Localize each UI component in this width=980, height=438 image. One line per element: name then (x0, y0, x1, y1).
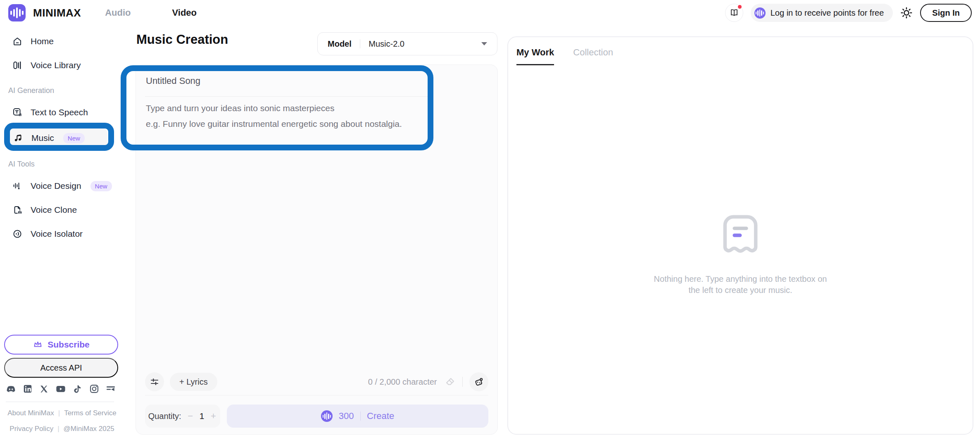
tab-my-work[interactable]: My Work (516, 47, 554, 65)
empty-state-text: Nothing here. Type anything into the tex… (508, 274, 973, 296)
subscribe-button[interactable]: Subscribe (4, 335, 118, 355)
model-selector-value: Music-2.0 (369, 39, 404, 49)
privacy-policy-link[interactable]: Privacy Policy (10, 425, 53, 433)
section-label-ai-generation: AI Generation (8, 85, 124, 96)
notification-dot (738, 5, 742, 9)
model-selector-divider (360, 39, 361, 48)
new-badge: New (63, 133, 85, 143)
sidebar-footer: About MiniMax | Terms of Service Privacy… (0, 409, 124, 438)
description-placeholder-line1: Type and turn your ideas into sonic mast… (146, 100, 402, 116)
access-api-button[interactable]: Access API (4, 358, 118, 378)
eraser-icon (445, 376, 456, 388)
model-selector[interactable]: Model Music-2.0 (317, 32, 497, 55)
minimax-logo-icon[interactable] (8, 4, 26, 21)
quantity-increase-button[interactable]: + (209, 411, 217, 421)
tab-collection[interactable]: Collection (573, 47, 613, 65)
linkedin-icon[interactable] (23, 384, 33, 394)
sidebar-item-music[interactable]: Music New (10, 128, 107, 148)
sidebar-item-label: Home (31, 36, 54, 46)
add-lyrics-button[interactable]: + Lyrics (170, 373, 217, 391)
sidebar-item-label: Music (31, 133, 54, 143)
generation-controls: Quantity: − 1 + 300 Create (145, 405, 488, 428)
random-prompt-button[interactable] (469, 372, 488, 391)
create-cost: 300 (339, 411, 354, 421)
section-label-ai-tools: AI Tools (8, 159, 124, 169)
works-panel: My Work Collection Nothing here. Type an… (507, 36, 973, 435)
sidebar-item-label: Text to Speech (31, 107, 88, 117)
quantity-label: Quantity: (148, 412, 181, 421)
login-points-banner[interactable]: Log in to receive points for free (751, 4, 893, 22)
sidebar-footer-divider (6, 402, 114, 402)
voice-design-icon (12, 181, 22, 191)
chevron-down-icon (481, 42, 487, 45)
sidebar-item-voice-clone[interactable]: Voice Clone (12, 202, 124, 218)
points-coin-icon (754, 7, 766, 19)
sidebar-item-home[interactable]: Home (12, 33, 124, 50)
music-composer-card: Untitled Song Type and turn your ideas i… (136, 64, 498, 435)
dice-icon (474, 377, 484, 387)
composer-bottom-divider (145, 395, 488, 395)
terms-of-service-link[interactable]: Terms of Service (64, 409, 117, 417)
footer-separator: | (57, 425, 59, 433)
create-button-label: Create (367, 411, 394, 421)
music-icon (13, 133, 23, 143)
voice-isolator-icon (12, 229, 22, 239)
quantity-decrease-button[interactable]: − (187, 411, 194, 421)
sidebar-item-text-to-speech[interactable]: Text to Speech (12, 104, 124, 121)
character-counter: 0 / 2,000 character (368, 377, 437, 387)
about-minimax-link[interactable]: About MiniMax (7, 409, 54, 417)
instagram-icon[interactable] (89, 384, 99, 394)
x-icon[interactable] (39, 384, 49, 394)
sliders-icon (150, 377, 159, 386)
book-icon (729, 8, 739, 18)
docs-button[interactable] (725, 4, 743, 22)
sidebar-item-voice-isolator[interactable]: Voice Isolator (12, 226, 124, 242)
composer-divider (145, 96, 431, 97)
sidebar-item-label: Voice Library (31, 60, 81, 70)
nav-tab-audio[interactable]: Audio (105, 7, 131, 18)
feed-icon[interactable] (106, 384, 116, 394)
voice-clone-icon (12, 205, 22, 215)
new-badge: New (90, 181, 112, 191)
sidebar-item-voice-library[interactable]: Voice Library (12, 57, 124, 74)
description-textarea[interactable]: Type and turn your ideas into sonic mast… (146, 100, 402, 132)
theme-toggle-sun-icon[interactable] (900, 7, 913, 19)
footer-separator: | (58, 409, 60, 417)
tiktok-icon[interactable] (73, 384, 83, 394)
points-banner-text: Log in to receive points for free (771, 8, 884, 18)
sidebar-item-label: Voice Isolator (31, 229, 83, 239)
copyright-text: @MiniMax 2025 (64, 425, 114, 433)
discord-icon[interactable] (6, 384, 16, 394)
sidebar-item-label: Voice Clone (31, 205, 77, 215)
quantity-value: 1 (200, 411, 205, 421)
brand-name: MINIMAX (33, 7, 81, 19)
home-icon (12, 36, 22, 46)
voice-library-icon (12, 60, 22, 70)
sign-in-button[interactable]: Sign In (920, 4, 972, 22)
social-links (6, 383, 116, 394)
song-title-input[interactable]: Untitled Song (146, 76, 200, 86)
nav-tab-video[interactable]: Video (172, 7, 197, 18)
page-title: Music Creation (136, 32, 228, 47)
minimax-audio-app: MINIMAX Audio Video Log in to receive po… (0, 0, 980, 438)
composer-toolbar: + Lyrics 0 / 2,000 character (145, 372, 488, 391)
crown-icon (33, 340, 43, 350)
top-bar: MINIMAX Audio Video Log in to receive po… (0, 0, 980, 26)
description-placeholder-line2: e.g. Funny love guitar instrumental ener… (146, 116, 402, 132)
empty-state: Nothing here. Type anything into the tex… (508, 214, 973, 296)
subscribe-label: Subscribe (48, 340, 90, 350)
toolbar-divider (462, 377, 463, 387)
empty-state-line1: Nothing here. Type anything into the tex… (508, 274, 973, 285)
works-tabs: My Work Collection (516, 47, 613, 65)
empty-state-line2: the left to create your music. (508, 285, 973, 296)
create-button[interactable]: 300 Create (227, 405, 488, 428)
advanced-settings-button[interactable] (145, 372, 164, 391)
sidebar-item-label: Voice Design (31, 181, 81, 191)
sidebar-item-voice-design[interactable]: Voice Design New (12, 178, 124, 194)
clear-text-button[interactable] (445, 376, 456, 388)
sidebar: Home Voice Library AI Generation Text to… (0, 26, 124, 438)
text-to-speech-icon (12, 107, 22, 117)
youtube-icon[interactable] (55, 383, 66, 394)
quantity-stepper: Quantity: − 1 + (145, 405, 220, 428)
cost-coin-icon (321, 410, 333, 422)
